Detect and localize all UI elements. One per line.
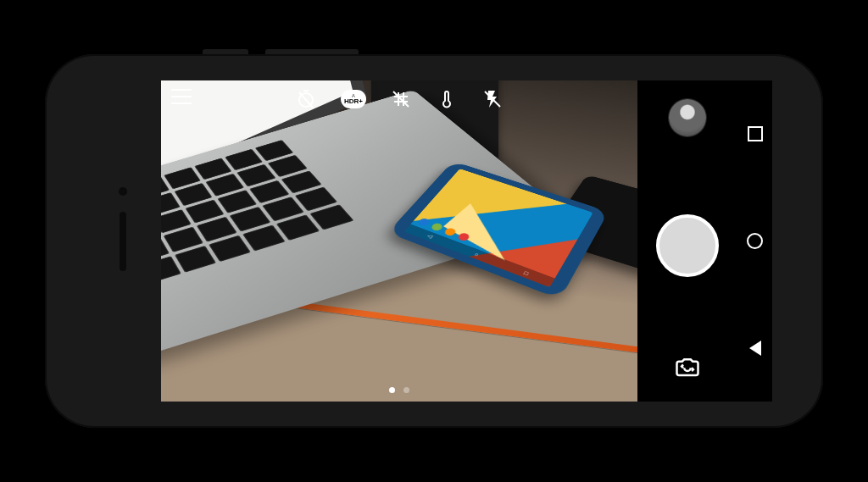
mode-dot <box>403 387 409 393</box>
device-button-bump <box>265 49 359 54</box>
switch-camera-button[interactable] <box>675 354 700 383</box>
recents-button[interactable] <box>748 126 763 141</box>
camera-top-toolbar: A HDR+ <box>161 82 637 116</box>
camera-viewfinder[interactable]: ◁○□ A HDR+ <box>161 80 637 402</box>
svg-line-2 <box>393 91 409 107</box>
camera-controls-panel <box>637 80 737 402</box>
hdr-auto-label: HDR+ <box>344 98 363 105</box>
switch-camera-icon <box>675 354 700 380</box>
shutter-button[interactable] <box>656 214 719 277</box>
device-button-bump <box>203 49 248 54</box>
mode-indicator-dots[interactable] <box>161 387 637 393</box>
grid-off-icon[interactable] <box>390 88 412 110</box>
timer-off-icon[interactable] <box>295 88 317 110</box>
flash-off-icon[interactable] <box>481 88 504 110</box>
home-button[interactable] <box>747 233 763 249</box>
screen: ◁○□ A HDR+ <box>161 80 772 402</box>
device-frame: ◁○□ A HDR+ <box>45 54 823 428</box>
last-photo-thumbnail[interactable] <box>669 99 706 136</box>
mode-dot <box>389 387 395 393</box>
back-button[interactable] <box>749 341 761 356</box>
device-earpiece <box>120 212 126 271</box>
thermometer-icon[interactable] <box>436 88 458 110</box>
scene-laptop-keys <box>161 140 354 305</box>
android-navbar <box>737 80 772 402</box>
hdr-auto-icon[interactable]: A HDR+ <box>341 90 366 108</box>
stage: ◁○□ A HDR+ <box>0 0 868 482</box>
device-front-camera <box>119 187 127 196</box>
